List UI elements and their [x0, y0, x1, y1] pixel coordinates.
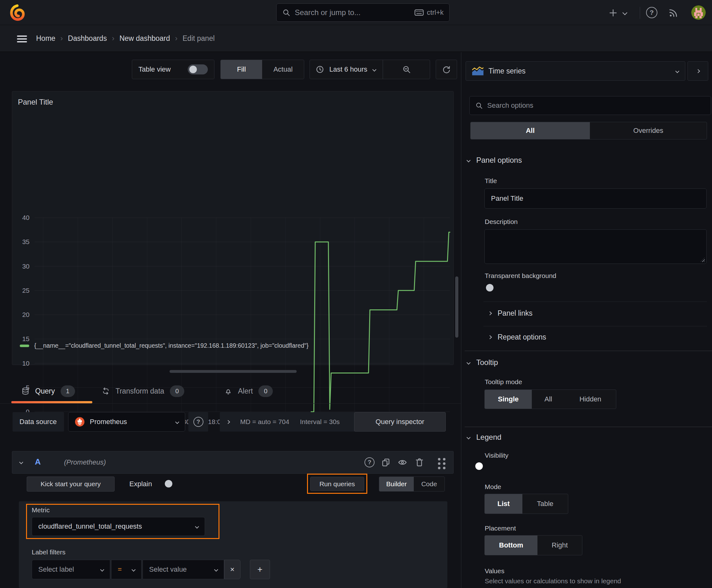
fill-actual-group: Fill Actual: [220, 60, 304, 79]
textarea-resize-grip[interactable]: [700, 257, 705, 262]
timeseries-viz-icon: [472, 67, 483, 76]
panel-links-header: Panel links: [498, 309, 533, 318]
kick-start-query-button[interactable]: Kick start your query: [27, 477, 114, 491]
pane-divider[interactable]: [461, 52, 461, 588]
tab-overrides[interactable]: Overrides: [590, 122, 707, 139]
metric-label: Metric: [32, 506, 50, 514]
interval-stat: Interval = 30s: [300, 418, 340, 426]
operator-value: =: [118, 565, 127, 573]
time-range-label[interactable]: Last 6 hours: [329, 65, 367, 74]
label-filters-label: Label filters: [32, 548, 65, 556]
menu-toggle-icon[interactable]: [17, 34, 27, 44]
panel-options-section[interactable]: Panel options: [467, 156, 522, 165]
operator-dropdown[interactable]: =: [111, 560, 142, 579]
news-icon[interactable]: [668, 7, 679, 18]
breadcrumb-home[interactable]: Home: [36, 34, 55, 43]
code-option[interactable]: Code: [414, 477, 445, 491]
tab-query-count: 1: [61, 385, 75, 397]
drag-query-handle-icon[interactable]: [438, 458, 440, 460]
description-field-label: Description: [485, 218, 518, 226]
visualization-chevron-icon: [675, 69, 679, 73]
breadcrumb-bar: Home › Dashboards › New dashboard › Edit…: [0, 25, 712, 52]
breadcrumb-dashboards[interactable]: Dashboards: [68, 34, 107, 43]
tooltip-single-option[interactable]: Single: [485, 390, 532, 408]
select-value-dropdown[interactable]: Select value: [143, 560, 224, 579]
svg-text:30: 30: [22, 262, 29, 270]
legend-section[interactable]: Legend: [467, 433, 501, 442]
grafana-logo-icon[interactable]: [9, 4, 26, 21]
time-range-chevron-icon[interactable]: [372, 67, 376, 71]
metric-select[interactable]: cloudflared_tunnel_total_requests: [32, 517, 205, 536]
global-search-placeholder: Search or jump to...: [295, 8, 410, 17]
repeat-options-chevron-icon: [488, 335, 492, 339]
tab-all[interactable]: All: [471, 122, 590, 139]
legend-values-hint: Select values or calculations to show in…: [485, 577, 621, 585]
topnav-divider: [640, 7, 640, 19]
datasource-picker[interactable]: Prometheus: [68, 412, 185, 432]
add-new-chevron-icon[interactable]: [623, 10, 628, 15]
tab-query[interactable]: Query 1: [21, 381, 75, 401]
builder-option[interactable]: Builder: [379, 477, 414, 491]
add-filter-button[interactable]: +: [250, 560, 270, 579]
tooltip-section[interactable]: Tooltip: [467, 358, 498, 367]
tab-alert[interactable]: Alert 0: [224, 381, 273, 401]
toggle-visibility-icon[interactable]: [398, 458, 407, 467]
time-range-control: Last 6 hours: [309, 60, 430, 79]
legend-series-swatch[interactable]: [20, 344, 29, 347]
visualization-value: Time series: [489, 67, 671, 76]
title-input[interactable]: [484, 188, 707, 209]
refresh-button[interactable]: [436, 60, 457, 79]
datasource-help-button[interactable]: ?: [188, 412, 208, 432]
actual-option[interactable]: Actual: [262, 60, 304, 79]
tooltip-hidden-option[interactable]: Hidden: [565, 390, 616, 408]
legend-list-option[interactable]: List: [485, 494, 522, 513]
breadcrumb-new-dashboard[interactable]: New dashboard: [119, 34, 170, 43]
tooltip-chevron-icon: [467, 361, 471, 365]
run-queries-button[interactable]: Run queries: [310, 477, 364, 491]
tab-query-label: Query: [35, 387, 55, 396]
tooltip-all-option[interactable]: All: [532, 390, 565, 408]
collapse-options-button[interactable]: [688, 61, 708, 81]
left-pane-scrollbar[interactable]: [455, 276, 458, 338]
table-view-toggle[interactable]: [188, 64, 208, 75]
legend-bottom-option[interactable]: Bottom: [485, 536, 537, 555]
global-search[interactable]: Search or jump to... ctrl+k: [276, 3, 450, 22]
query-help-icon[interactable]: ?: [365, 457, 374, 467]
table-view-label: Table view: [138, 65, 171, 74]
repeat-options-section[interactable]: Repeat options: [489, 333, 546, 341]
user-avatar[interactable]: [691, 5, 706, 20]
legend-table-option[interactable]: Table: [522, 494, 568, 513]
help-icon[interactable]: ?: [646, 7, 657, 18]
svg-text:20: 20: [22, 311, 29, 318]
svg-text:40: 40: [22, 214, 29, 221]
fill-option[interactable]: Fill: [221, 60, 262, 79]
tab-transform-data[interactable]: Transform data 0: [102, 381, 184, 401]
remove-filter-button[interactable]: ×: [224, 560, 240, 579]
duplicate-query-icon[interactable]: [381, 458, 390, 467]
legend-chevron-icon: [467, 435, 471, 439]
legend-right-option[interactable]: Right: [537, 536, 582, 555]
add-new-icon[interactable]: [608, 8, 618, 18]
transparent-bg-label: Transparent background: [485, 272, 556, 279]
panel-links-section[interactable]: Panel links: [489, 309, 533, 318]
select-value-placeholder: Select value: [149, 565, 210, 573]
query-collapse-icon[interactable]: [19, 460, 23, 464]
help-circle-icon: ?: [193, 417, 203, 427]
zoom-out-icon[interactable]: [383, 65, 430, 74]
stats-expand-icon[interactable]: [226, 420, 230, 424]
select-label-dropdown[interactable]: Select label: [32, 560, 110, 579]
panel-resize-handle[interactable]: [170, 370, 297, 373]
search-icon: [282, 8, 290, 17]
query-inspector-button[interactable]: Query inspector: [354, 412, 446, 432]
description-textarea[interactable]: [484, 229, 707, 264]
search-options-placeholder: Search options: [487, 102, 533, 110]
visualization-picker[interactable]: Time series: [466, 61, 685, 81]
query-ref-id: A: [35, 457, 41, 467]
legend-series-name[interactable]: {__name__="cloudflared_tunnel_total_requ…: [34, 342, 308, 349]
search-options-input[interactable]: Search options: [469, 96, 711, 115]
query-datasource-hint: (Prometheus): [64, 458, 106, 466]
delete-query-icon[interactable]: [415, 458, 424, 467]
query-editor-header[interactable]: A (Prometheus) ?: [12, 451, 454, 474]
svg-text:25: 25: [22, 287, 29, 294]
panel-options-chevron-icon: [467, 158, 471, 162]
